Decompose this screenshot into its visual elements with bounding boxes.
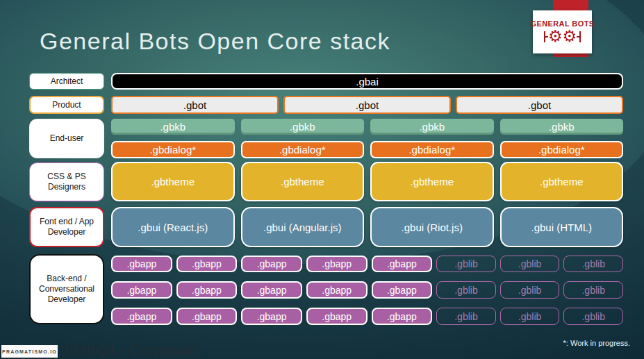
gbui-angular-box: .gbui (Angular.js) xyxy=(241,207,365,247)
gblib-box: .gblib xyxy=(563,308,623,325)
gbui-html-box: .gbui (HTML) xyxy=(500,207,624,247)
row-gbdialog: .gbdialog* .gbdialog* .gbdialog* .gbdial… xyxy=(111,141,623,158)
gblib-box: .gblib xyxy=(563,281,623,299)
gbot-box: .gbot xyxy=(456,96,623,114)
role-label-css-ps-designers: CSS & PS Designers xyxy=(29,162,104,201)
gbapp-box: .gbapp xyxy=(306,281,368,299)
gbkb-box: .gbkb xyxy=(370,119,494,135)
pragmatismo-logo: PRAGMATISMO.IO xyxy=(1,345,58,358)
gbapp-box: .gbapp xyxy=(306,256,368,272)
gbui-react-box: .gbui (React.js) xyxy=(111,207,235,247)
row-gbapp-gblib-1: .gbapp .gbapp .gbapp .gbapp .gbapp .gbli… xyxy=(111,256,623,272)
logo-gears-row: ⚙ ⚙ xyxy=(543,28,581,44)
gbdialog-box: .gbdialog* xyxy=(241,141,365,158)
gbapp-box: .gbapp xyxy=(372,256,433,272)
gblib-box: .gblib xyxy=(500,256,560,272)
slide-canvas: General Bots Open Core stack GENERAL BOT… xyxy=(0,0,644,359)
gbtheme-box: .gbtheme xyxy=(500,162,624,201)
gbdialog-box: .gbdialog* xyxy=(500,141,624,158)
gbapp-box: .gbapp xyxy=(241,308,302,325)
gblib-box: .gblib xyxy=(500,281,560,299)
gbdialog-box: .gbdialog* xyxy=(370,141,494,158)
work-in-progress-note: *: Work in progress. xyxy=(563,339,630,347)
gbtheme-box: .gbtheme xyxy=(111,162,235,201)
gblib-box: .gblib xyxy=(563,256,623,272)
gbkb-box: .gbkb xyxy=(241,119,365,135)
gear-end-bar-icon xyxy=(577,30,581,44)
gbai-box: .gbai xyxy=(111,73,623,90)
gbapp-box: .gbapp xyxy=(306,308,368,325)
gbkb-box: .gbkb xyxy=(111,119,235,135)
gbapp-box: .gbapp xyxy=(111,256,172,272)
gbapp-box: .gbapp xyxy=(372,281,433,299)
gbapp-box: .gbapp xyxy=(176,256,238,272)
row-gbot: .gbot .gbot .gbot xyxy=(111,96,623,114)
footer-version-text: 2018Q4 - Corporate xyxy=(61,342,197,358)
gbapp-box: .gbapp xyxy=(111,308,172,325)
gbdialog-box: .gbdialog* xyxy=(111,141,235,158)
role-label-architect: Architect xyxy=(29,73,104,90)
role-label-backend-conversational-developer: Back-end / Conversational Developer xyxy=(29,254,104,324)
gbapp-box: .gbapp xyxy=(176,281,238,299)
row-gbtheme: .gbtheme .gbtheme .gbtheme .gbtheme xyxy=(111,162,623,201)
role-label-frontend-app-developer: Font end / App Developer xyxy=(29,207,104,247)
gbot-box: .gbot xyxy=(111,96,279,114)
pragmatismo-logo-text: PRAGMATISMO.IO xyxy=(2,349,57,354)
gbot-box: .gbot xyxy=(283,96,451,114)
row-gbapp-gblib-2: .gbapp .gbapp .gbapp .gbapp .gbapp .gbli… xyxy=(111,281,623,299)
gbapp-box: .gbapp xyxy=(372,308,433,325)
gblib-box: .gblib xyxy=(436,281,496,299)
role-label-product: Product xyxy=(29,96,104,114)
gbapp-box: .gbapp xyxy=(176,308,238,325)
row-gbapp-gblib-3: .gbapp .gbapp .gbapp .gbapp .gbapp .gbli… xyxy=(111,308,623,325)
gbapp-box: .gbapp xyxy=(241,281,302,299)
gbapp-box: .gbapp xyxy=(241,256,302,272)
gbui-riot-box: .gbui (Riot.js) xyxy=(370,207,494,247)
gear-icon: ⚙ xyxy=(548,28,563,44)
general-bots-logo: GENERAL BOTS ⚙ ⚙ xyxy=(533,10,592,53)
gbapp-box: .gbapp xyxy=(111,281,172,299)
role-label-end-user: End-user xyxy=(29,119,104,158)
gblib-box: .gblib xyxy=(436,256,496,272)
gear-end-bar-icon xyxy=(543,30,548,44)
gblib-box: .gblib xyxy=(436,308,496,325)
gbtheme-box: .gbtheme xyxy=(241,162,365,201)
gbkb-box: .gbkb xyxy=(500,119,624,135)
row-gbai: .gbai xyxy=(111,73,623,90)
gblib-box: .gblib xyxy=(500,308,560,325)
gear-icon: ⚙ xyxy=(563,28,577,44)
row-gbui: .gbui (React.js) .gbui (Angular.js) .gbu… xyxy=(111,207,623,247)
gbtheme-box: .gbtheme xyxy=(370,162,494,201)
row-gbkb: .gbkb .gbkb .gbkb .gbkb xyxy=(111,119,623,135)
page-title: General Bots Open Core stack xyxy=(40,28,390,55)
